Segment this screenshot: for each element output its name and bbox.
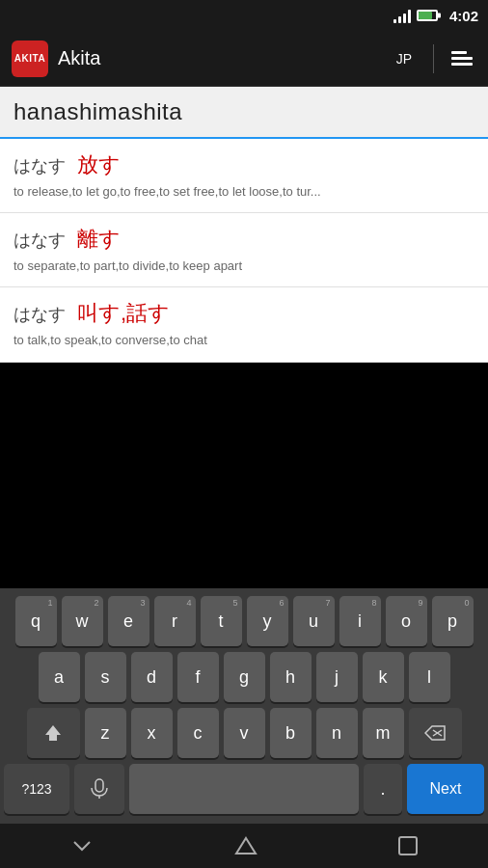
result-header-1: はなす 離す: [14, 225, 474, 254]
status-time: 4:02: [449, 8, 478, 24]
result-definition-2: to talk,to speak,to converse,to chat: [14, 332, 474, 349]
list-line-1: [451, 51, 467, 54]
battery-icon: [417, 10, 438, 21]
search-bar[interactable]: hanashimashita: [0, 87, 488, 139]
key-x[interactable]: x: [131, 708, 173, 758]
key-num-t: 5: [232, 598, 237, 608]
key-q[interactable]: q1: [15, 596, 57, 646]
list-line-2: [451, 57, 473, 60]
key-v[interactable]: v: [224, 708, 265, 758]
key-num-o: 9: [418, 598, 422, 608]
key-num-r: 4: [186, 598, 191, 608]
key-row-3: z x c v b n m: [4, 708, 484, 758]
key-d[interactable]: d: [131, 652, 173, 702]
key-p[interactable]: p0: [432, 596, 474, 646]
result-reading-0: はなす: [14, 154, 66, 177]
list-view-icon[interactable]: [447, 47, 476, 69]
key-j[interactable]: j: [316, 652, 358, 702]
key-num-i: 8: [371, 598, 376, 608]
key-y[interactable]: y6: [247, 596, 288, 646]
key-row-2: a s d f g h j k l: [4, 652, 484, 702]
result-header-2: はなす 叫す,話す: [14, 299, 474, 328]
key-c[interactable]: c: [177, 708, 219, 758]
key-h[interactable]: h: [270, 652, 312, 702]
key-row-1: q1 w2 e3 r4 t5 y6 u7 i8 o9 p0: [4, 596, 484, 646]
period-key[interactable]: .: [364, 764, 402, 814]
key-z[interactable]: z: [85, 708, 126, 758]
result-kanji-2: 叫す,話す: [77, 299, 170, 328]
key-f[interactable]: f: [177, 652, 219, 702]
result-item-0[interactable]: はなす 放す to release,to let go,to free,to s…: [0, 139, 488, 213]
divider: [433, 44, 434, 73]
key-num-e: 3: [140, 598, 145, 608]
app-logo-text: AKITA: [14, 53, 45, 64]
nav-bar: [0, 824, 488, 868]
home-nav-icon[interactable]: [234, 834, 258, 857]
result-kanji-1: 離す: [77, 225, 121, 254]
jp-button[interactable]: JP: [389, 47, 420, 70]
key-num-q: 1: [47, 598, 52, 608]
keyboard: q1 w2 e3 r4 t5 y6 u7 i8 o9 p0 a s d f g …: [0, 588, 488, 824]
svg-rect-3: [95, 779, 103, 792]
next-key[interactable]: Next: [407, 764, 484, 814]
list-line-3: [451, 63, 473, 66]
svg-rect-6: [399, 837, 417, 854]
back-nav-icon[interactable]: [70, 834, 94, 857]
key-num-p: 0: [464, 598, 469, 608]
key-s[interactable]: s: [85, 652, 126, 702]
space-key[interactable]: [129, 764, 359, 814]
key-e[interactable]: e3: [108, 596, 149, 646]
keyboard-rows: q1 w2 e3 r4 t5 y6 u7 i8 o9 p0 a s d f g …: [0, 588, 488, 824]
svg-marker-0: [45, 725, 61, 741]
shift-key[interactable]: [27, 708, 80, 758]
signal-icon: [393, 8, 411, 23]
result-reading-1: はなす: [14, 229, 66, 252]
result-item-2[interactable]: はなす 叫す,話す to talk,to speak,to converse,t…: [0, 287, 488, 362]
result-definition-0: to release,to let go,to free,to set free…: [14, 183, 474, 201]
key-num-u: 7: [325, 598, 330, 608]
result-item-1[interactable]: はなす 離す to separate,to part,to divide,to …: [0, 213, 488, 287]
key-r[interactable]: r4: [154, 596, 196, 646]
key-b[interactable]: b: [270, 708, 312, 758]
key-t[interactable]: t5: [201, 596, 242, 646]
svg-marker-5: [236, 838, 256, 854]
key-u[interactable]: u7: [293, 596, 335, 646]
key-l[interactable]: l: [409, 652, 450, 702]
key-m[interactable]: m: [363, 708, 404, 758]
key-num-w: 2: [94, 598, 98, 608]
symbols-key[interactable]: ?123: [4, 764, 69, 814]
key-k[interactable]: k: [363, 652, 404, 702]
app-title: Akita: [58, 47, 389, 69]
recents-nav-icon[interactable]: [398, 836, 418, 855]
result-definition-1: to separate,to part,to divide,to keep ap…: [14, 258, 474, 275]
results-area: はなす 放す to release,to let go,to free,to s…: [0, 139, 488, 363]
search-input[interactable]: hanashimashita: [14, 98, 182, 125]
key-w[interactable]: w2: [62, 596, 103, 646]
app-bar-actions: JP: [389, 44, 476, 73]
app-bar: AKITA Akita JP: [0, 31, 488, 87]
key-n[interactable]: n: [316, 708, 358, 758]
app-logo: AKITA: [12, 41, 48, 77]
mic-key[interactable]: [74, 764, 124, 814]
key-i[interactable]: i8: [339, 596, 381, 646]
key-o[interactable]: o9: [386, 596, 427, 646]
result-kanji-0: 放す: [77, 150, 121, 179]
key-num-y: 6: [279, 598, 284, 608]
key-a[interactable]: a: [39, 652, 80, 702]
result-reading-2: はなす: [14, 303, 66, 326]
backspace-key[interactable]: [409, 708, 462, 758]
status-bar: 4:02: [0, 0, 488, 31]
key-row-bottom: ?123 . Next: [4, 764, 484, 814]
result-header-0: はなす 放す: [14, 150, 474, 179]
key-g[interactable]: g: [224, 652, 265, 702]
